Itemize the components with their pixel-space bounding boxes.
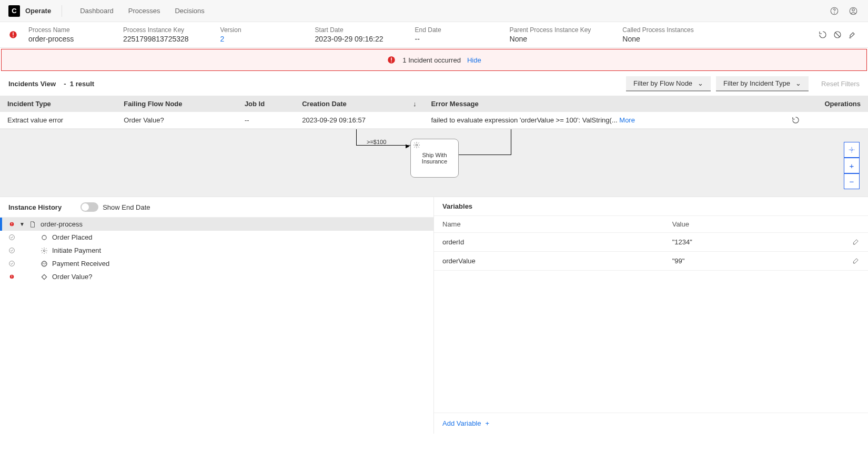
history-item[interactable]: Initiate Payment: [0, 244, 433, 257]
retry-icon[interactable]: [815, 27, 830, 42]
svg-point-21: [42, 261, 46, 265]
filter-incident-type[interactable]: Filter by Incident Type⌄: [716, 76, 809, 91]
svg-point-12: [851, 149, 853, 151]
hide-link[interactable]: Hide: [467, 56, 481, 64]
edge-label: >=$100: [367, 139, 386, 145]
col-job[interactable]: Job Id: [237, 96, 295, 112]
col-created[interactable]: Creation Date ↓: [295, 96, 423, 112]
svg-rect-5: [13, 33, 14, 36]
inst-col: Version2: [220, 26, 284, 43]
incidents-title: Incidents View: [8, 80, 56, 88]
svg-point-3: [852, 8, 855, 11]
zoom-out-icon[interactable]: −: [844, 173, 860, 189]
inst-col: End Date--: [415, 26, 478, 43]
svg-rect-10: [391, 61, 392, 63]
variables-title: Variables: [442, 202, 472, 210]
divider: [62, 5, 62, 17]
variable-row: orderValue"99": [434, 252, 868, 271]
inst-col: Parent Process Instance KeyNone: [510, 26, 591, 43]
plus-icon: +: [485, 419, 489, 427]
bottom-panels: Instance History Show End Date ▼order-pr…: [0, 197, 868, 434]
variable-row: orderId"1234": [434, 233, 868, 252]
incidents-view-bar: Incidents View - 1 result Filter by Flow…: [0, 72, 868, 96]
toggle-label: Show End Date: [103, 203, 150, 211]
arrow-icon: ▶: [406, 143, 410, 149]
inst-col: Process Nameorder-process: [28, 26, 92, 43]
svg-point-17: [42, 235, 46, 239]
status-icon: [8, 221, 15, 228]
incident-banner-text: 1 Incident occurred: [402, 56, 461, 64]
var-col-value: Value: [664, 216, 868, 233]
chevron-down-icon: ⌄: [795, 79, 801, 87]
var-col-name: Name: [434, 216, 664, 233]
reset-filters[interactable]: Reset Filters: [821, 80, 860, 88]
inst-col: Called Process InstancesNone: [622, 26, 693, 43]
more-link[interactable]: More: [619, 116, 635, 124]
status-icon: [8, 273, 15, 280]
col-err[interactable]: Error Message: [423, 96, 784, 112]
brand: Operate: [25, 7, 51, 15]
svg-rect-6: [13, 36, 14, 37]
history-item[interactable]: Payment Received: [0, 257, 433, 270]
col-node[interactable]: Failing Flow Node: [116, 96, 237, 112]
incidents-count: - 1 result: [60, 80, 94, 88]
svg-point-20: [9, 261, 15, 266]
nav-link-dashboard[interactable]: Dashboard: [80, 7, 114, 15]
svg-rect-24: [12, 275, 12, 277]
instance-history-panel: Instance History Show End Date ▼order-pr…: [0, 197, 434, 434]
show-end-date-toggle[interactable]: [80, 202, 98, 212]
top-nav: C Operate DashboardProcessesDecisions: [0, 0, 868, 22]
doc-icon: [29, 221, 36, 228]
incident-row[interactable]: Extract value errorOrder Value?--2023-09…: [0, 112, 868, 129]
svg-rect-14: [12, 223, 12, 224]
diamond-icon: [41, 273, 48, 281]
status-icon: [8, 234, 15, 241]
svg-rect-9: [391, 58, 392, 61]
zoom-in-icon[interactable]: +: [844, 158, 860, 173]
nav-link-processes[interactable]: Processes: [128, 7, 160, 15]
incident-banner: 1 Incident occurred Hide: [1, 49, 867, 71]
status-icon: [8, 247, 15, 254]
svg-point-1: [834, 13, 835, 13]
zoom-fit-icon[interactable]: [844, 142, 860, 158]
filter-flow-node[interactable]: Filter by Flow Node⌄: [626, 76, 711, 91]
variables-panel: Variables Name Value orderId"1234"orderV…: [434, 197, 868, 434]
add-variable-button[interactable]: Add Variable +: [434, 413, 868, 434]
circle-icon: [41, 234, 48, 241]
help-icon[interactable]: [828, 5, 841, 17]
gear-icon: [41, 247, 48, 254]
caret-down-icon[interactable]: ▼: [19, 221, 25, 227]
svg-rect-25: [12, 277, 12, 278]
zoom-controls: + −: [844, 142, 860, 189]
task-node[interactable]: Ship With Insurance: [410, 139, 459, 178]
nav-link-decisions[interactable]: Decisions: [175, 7, 204, 15]
edit-icon[interactable]: [852, 238, 860, 245]
status-error-icon: [8, 30, 18, 39]
svg-point-11: [416, 144, 418, 146]
modify-icon[interactable]: [845, 27, 860, 42]
chevron-down-icon: ⌄: [698, 79, 703, 87]
svg-point-18: [9, 248, 15, 253]
svg-point-19: [43, 250, 45, 252]
user-icon[interactable]: [847, 5, 860, 17]
status-icon: [8, 260, 15, 267]
diagram-pane[interactable]: >=$100 ▶ Ship With Insurance + −: [0, 129, 868, 197]
logo: C: [8, 5, 20, 17]
history-title: Instance History: [8, 203, 62, 211]
history-item[interactable]: Order Value?: [0, 270, 433, 283]
col-ops: Operations: [784, 96, 868, 112]
inst-col: Process Instance Key2251799813725328: [123, 26, 189, 43]
msg-icon: [41, 260, 48, 268]
col-type[interactable]: Incident Type: [0, 96, 116, 112]
svg-rect-15: [12, 225, 12, 225]
gear-icon: [413, 141, 420, 149]
inst-col: Start Date2023-09-29 09:16:22: [315, 26, 383, 43]
cancel-icon[interactable]: [830, 27, 845, 42]
instance-header: Process Nameorder-processProcess Instanc…: [0, 22, 868, 48]
history-item[interactable]: ▼order-process: [0, 218, 433, 231]
retry-icon[interactable]: [792, 116, 861, 124]
error-icon: [387, 55, 396, 65]
history-item[interactable]: Order Placed: [0, 231, 433, 244]
edit-icon[interactable]: [852, 257, 860, 264]
incidents-table: Incident Type Failing Flow Node Job Id C…: [0, 96, 868, 129]
